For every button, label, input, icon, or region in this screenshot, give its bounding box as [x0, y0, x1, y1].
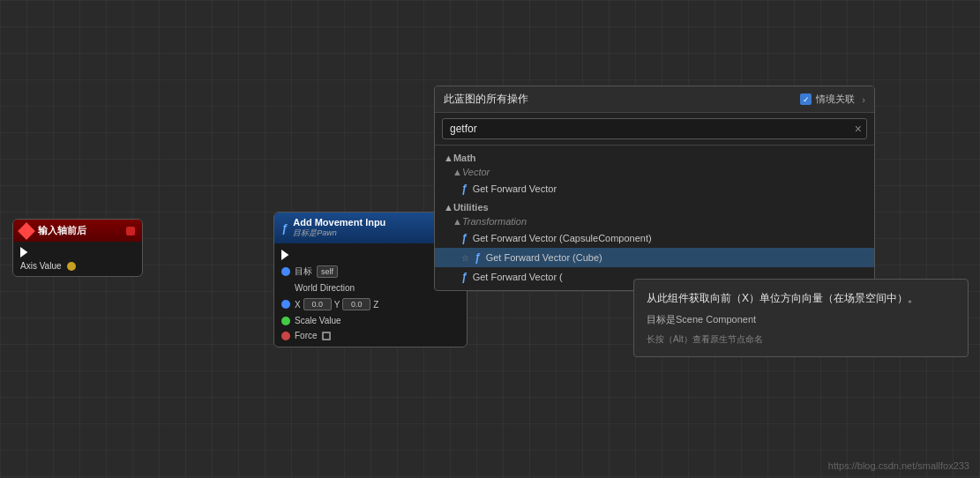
category-utilities: ▲Utilities [435, 198, 874, 214]
z-label: Z [373, 300, 378, 310]
tooltip-sub-text: 目标是Scene Component [647, 313, 955, 326]
func-icon: ƒ [281, 221, 288, 235]
func-icon-3: ƒ [475, 251, 481, 264]
result-text-4: Get Forward Vector ( [473, 272, 563, 282]
search-panel-header: 此蓝图的所有操作 ✓ 情境关联 › [435, 86, 874, 113]
checkbox-check-icon: ✓ [803, 95, 810, 104]
tooltip-box: 从此组件获取向前（X）单位方向向量（在场景空间中）。 目标是Scene Comp… [633, 279, 969, 357]
xyz-row: X 0.0 Y 0.0 Z [274, 295, 467, 313]
search-input-row: × [435, 113, 874, 146]
axis-value-row: Axis Value [20, 261, 135, 271]
search-clear-icon[interactable]: × [855, 122, 862, 136]
result-text-3: Get Forward Vector (Cube) [486, 252, 602, 263]
func-icon-1: ƒ [461, 183, 468, 195]
axis-value-pin [67, 262, 76, 271]
force-pin [281, 332, 290, 340]
context-checkbox[interactable]: ✓ [800, 93, 812, 105]
result-item-capsule[interactable]: ƒ Get Forward Vector (CapsuleComponent) [435, 228, 874, 248]
category-math: ▲Math [435, 149, 874, 165]
y-value[interactable]: 0.0 [342, 298, 370, 310]
force-row: Force [274, 328, 467, 343]
context-label: 情境关联 [816, 93, 855, 106]
target-value: self [317, 265, 338, 278]
x-value[interactable]: 0.0 [303, 298, 332, 310]
subcategory-vector: ▲Vector [435, 165, 874, 179]
subcategory-transformation: ▲Transformation [435, 214, 874, 228]
result-item-cube[interactable]: ☆ ƒ Get Forward Vector (Cube) [435, 248, 874, 267]
result-text-1: Get Forward Vector [473, 183, 557, 194]
chevron-right-icon: › [862, 94, 865, 105]
world-direction-label: World Direction [295, 283, 355, 293]
search-results: ▲Math ▲Vector ƒ Get Forward Vector ▲Util… [435, 146, 874, 290]
tooltip-main-text: 从此组件获取向前（X）单位方向向量（在场景空间中）。 [647, 290, 955, 306]
search-panel: 此蓝图的所有操作 ✓ 情境关联 › × ▲Math ▲Vector ƒ Get … [434, 86, 875, 291]
scale-value-row: Scale Value [274, 313, 467, 328]
xyz-pin [281, 300, 290, 309]
tooltip-hint: 长按（Alt）查看原生节点命名 [647, 333, 955, 346]
y-label: Y [334, 300, 340, 310]
force-label: Force [295, 331, 318, 340]
result-item-get-forward-vector-math[interactable]: ƒ Get Forward Vector [435, 179, 874, 198]
axis-value-label: Axis Value [20, 261, 62, 271]
search-panel-title: 此蓝图的所有操作 [444, 92, 528, 107]
exec-row [20, 247, 135, 258]
node-add-movement-title: Add Movement Inpu [293, 217, 385, 228]
scale-value-label: Scale Value [295, 316, 341, 325]
node-add-movement-subtitle: 目标是Pawn [293, 228, 385, 239]
target-pin [281, 267, 290, 276]
force-square-pin [322, 332, 331, 340]
func-icon-2: ƒ [461, 232, 468, 244]
exec-pin [20, 247, 31, 258]
diamond-icon [18, 222, 35, 240]
node-header-input-axis: 输入轴前后 [13, 220, 142, 242]
search-input[interactable] [442, 118, 867, 139]
star-icon: ☆ [461, 253, 469, 263]
context-checkbox-area[interactable]: ✓ 情境关联 › [800, 93, 865, 106]
node-input-axis[interactable]: 输入轴前后 Axis Value [12, 219, 143, 277]
node-input-axis-title: 输入轴前后 [38, 224, 86, 237]
node-input-axis-body: Axis Value [13, 242, 142, 276]
pin-icon [126, 227, 135, 235]
movement-exec-pin [281, 250, 292, 260]
scale-pin [281, 317, 290, 325]
result-text-2: Get Forward Vector (CapsuleComponent) [473, 233, 652, 243]
search-input-wrapper: × [442, 118, 867, 139]
target-label: 目标 [295, 265, 312, 278]
x-label: X [295, 300, 301, 310]
footer-url: https://blog.csdn.net/smallfox233 [828, 460, 969, 471]
func-icon-4: ƒ [461, 271, 468, 283]
xyz-fields: X 0.0 Y 0.0 Z [295, 298, 378, 310]
